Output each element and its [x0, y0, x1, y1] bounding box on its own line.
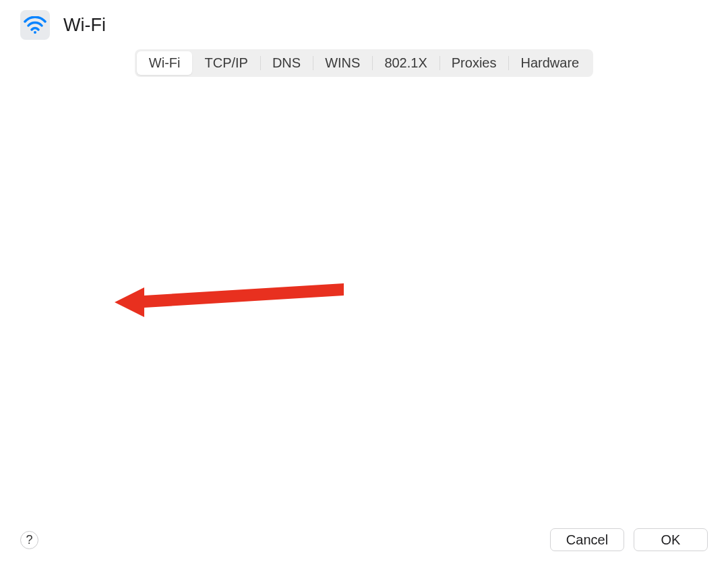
admin-auth-options: Change networks Turn Wi-Fi on or off: [88, 389, 640, 429]
tab-wins[interactable]: WINS: [313, 51, 372, 75]
svg-marker-1: [115, 283, 344, 317]
annotation-arrow-icon: [115, 270, 357, 324]
column-network-name[interactable]: Network Name: [101, 133, 357, 148]
table-row[interactable]: [101, 215, 627, 233]
check-icon: [91, 316, 102, 327]
table-row[interactable]: [101, 233, 627, 252]
action-buttons: Cancel OK: [550, 528, 708, 551]
wifi-settings-window: Wi-Fi Wi-Fi TCP/IP DNS WINS 802.1X Proxi…: [0, 0, 728, 562]
page-title: Wi-Fi: [63, 15, 106, 36]
tabs: Wi-Fi TCP/IP DNS WINS 802.1X Proxies Har…: [135, 49, 593, 77]
content-panel: Preferred Networks: Network Name Securit…: [20, 65, 708, 505]
drag-hint: Drag networks into the order you prefer.: [149, 281, 375, 296]
turn-wifi-row: Turn Wi-Fi on or off: [106, 413, 640, 429]
remember-networks-label: Remember networks this computer has join…: [111, 313, 398, 329]
tab-wifi[interactable]: Wi-Fi: [137, 51, 193, 75]
table-footer: + − Drag networks into the order you pre…: [88, 277, 640, 298]
table-row[interactable]: [101, 158, 627, 177]
tab-tcpip[interactable]: TCP/IP: [192, 51, 260, 75]
table-body: [90, 154, 638, 256]
help-button[interactable]: ?: [20, 531, 38, 549]
legacy-networks-label: Show legacy networks and options: [111, 337, 328, 354]
tab-8021x[interactable]: 802.1X: [372, 51, 439, 75]
mac-address-value: 9c:3e:53:82:03:39: [224, 443, 337, 458]
table-row[interactable]: [101, 177, 627, 196]
table-row[interactable]: [101, 196, 627, 215]
column-autojoin[interactable]: Auto-Join: [529, 133, 627, 148]
change-networks-row: Change networks: [106, 389, 640, 405]
window-header: Wi-Fi: [0, 0, 728, 47]
change-networks-label: Change networks: [128, 389, 238, 405]
remember-networks-checkbox[interactable]: [88, 314, 104, 329]
mac-address-label: Wi-Fi MAC Address:: [88, 443, 216, 458]
remember-networks-row: Remember networks this computer has join…: [88, 313, 640, 329]
change-networks-checkbox[interactable]: [106, 389, 121, 405]
remove-network-button[interactable]: −: [114, 277, 139, 298]
turn-wifi-checkbox[interactable]: [106, 414, 121, 429]
tabs-container: Wi-Fi TCP/IP DNS WINS 802.1X Proxies Har…: [0, 49, 728, 77]
column-security[interactable]: Security: [357, 133, 529, 148]
add-remove-buttons: + −: [88, 277, 140, 298]
options-section: Remember networks this computer has join…: [88, 313, 640, 459]
preferred-networks-label: Preferred Networks:: [88, 103, 640, 119]
turn-wifi-label: Turn Wi-Fi on or off: [128, 413, 249, 429]
legacy-networks-checkbox[interactable]: [88, 338, 104, 354]
admin-auth-label: Require administrator authorisation to:: [88, 366, 640, 382]
cancel-button[interactable]: Cancel: [550, 528, 624, 551]
tab-dns[interactable]: DNS: [260, 51, 313, 75]
add-network-button[interactable]: +: [89, 277, 114, 298]
ok-button[interactable]: OK: [634, 528, 708, 551]
svg-point-0: [34, 31, 36, 34]
footer-bar: ? Cancel OK: [0, 528, 728, 551]
wifi-icon: [20, 10, 50, 40]
tab-proxies[interactable]: Proxies: [439, 51, 509, 75]
legacy-networks-row: Show legacy networks and options: [88, 337, 640, 354]
mac-address-row: Wi-Fi MAC Address: 9c:3e:53:82:03:39: [88, 443, 640, 459]
tab-hardware[interactable]: Hardware: [508, 51, 591, 75]
preferred-networks-table[interactable]: Network Name Security Auto-Join: [88, 125, 640, 277]
table-header: Network Name Security Auto-Join: [90, 128, 638, 154]
